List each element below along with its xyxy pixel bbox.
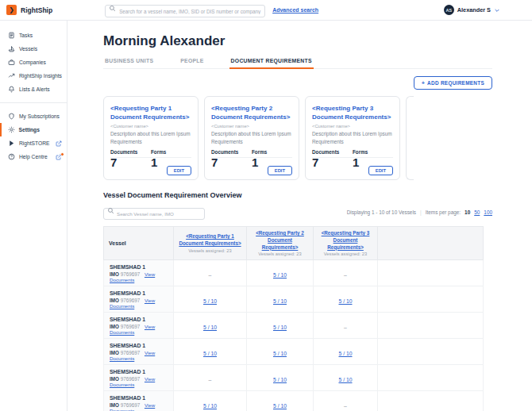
- sidebar-item-settings[interactable]: Settings: [0, 123, 67, 136]
- doc-count-link[interactable]: 5 / 10: [273, 403, 287, 409]
- rightstore-icon: [8, 140, 15, 147]
- requirement-card-partial: [406, 96, 414, 180]
- insights-icon: [8, 72, 15, 79]
- sidebar-item-insights[interactable]: RightShip Insights: [0, 69, 67, 83]
- party1-requirements-link[interactable]: <Requesting Party 1 Document Requirement…: [179, 233, 241, 248]
- doc-count-link[interactable]: 5 / 10: [273, 351, 287, 356]
- documents-label: Documents: [312, 149, 353, 155]
- imo-number: 9769697: [121, 350, 141, 355]
- page-size-100[interactable]: 100: [484, 209, 492, 215]
- bell-icon: [8, 86, 15, 93]
- sidebar-label: Lists & Alerts: [19, 86, 50, 92]
- sidebar-label: Help Centre: [19, 154, 48, 159]
- doc-count-cell: 5 / 10: [247, 339, 314, 365]
- sidebar-item-rightstore[interactable]: RightSTORE: [0, 136, 67, 150]
- doc-count-cell: –: [174, 365, 247, 391]
- add-requirements-button[interactable]: + ADD REQUIREMENTS: [414, 76, 492, 90]
- table-row: SHEMSHAD 1 IMO 9769697 View Documents – …: [104, 260, 484, 286]
- doc-count-link: –: [209, 377, 212, 382]
- tab-document-requirements[interactable]: DOCUMENT REQUIREMENTS: [229, 58, 314, 69]
- vessel-search-input[interactable]: [103, 208, 205, 220]
- vessel-name: SHEMSHAD 1: [110, 343, 168, 348]
- party3-column-header: <Requesting Party 3 Document Requirement…: [314, 227, 378, 260]
- doc-count-link[interactable]: 5 / 10: [203, 298, 217, 304]
- edit-button[interactable]: EDIT: [167, 166, 191, 175]
- rightship-logo-icon[interactable]: ❯: [6, 5, 17, 15]
- sidebar-item-help-centre[interactable]: Help Centre: [0, 150, 67, 163]
- help-icon: [8, 153, 15, 160]
- search-icon: [109, 5, 116, 12]
- sidebar-label: RightShip Insights: [19, 73, 62, 79]
- edit-button[interactable]: EDIT: [368, 166, 393, 175]
- main-content: Morning Alexander BUSINESS UNITS PEOPLE …: [67, 21, 532, 411]
- vessels-assigned: Vessels assigned: 23: [179, 248, 241, 253]
- doc-count-link[interactable]: 5 / 10: [338, 351, 352, 356]
- page-size-10[interactable]: 10: [465, 209, 470, 215]
- vessel-name: SHEMSHAD 1: [110, 290, 168, 296]
- doc-count-link[interactable]: 5 / 10: [273, 377, 287, 382]
- imo-label: IMO: [110, 402, 119, 408]
- requirement-card-2: <Requesting Party 2 Document Requirement…: [204, 96, 299, 180]
- chevron-down-icon[interactable]: [494, 7, 500, 13]
- global-search-input[interactable]: [105, 5, 265, 17]
- doc-count-cell: 5 / 10: [314, 365, 378, 391]
- tab-business-units[interactable]: BUSINESS UNITS: [103, 58, 155, 68]
- vessels-assigned: Vessels assigned: 23: [318, 252, 372, 256]
- vessel-cell: SHEMSHAD 1 IMO 9769697 View Documents: [104, 313, 174, 339]
- card-customer: <Customer name>: [312, 124, 393, 129]
- sidebar-item-companies[interactable]: Companies: [0, 56, 67, 69]
- tab-people[interactable]: PEOPLE: [179, 58, 205, 68]
- doc-count-cell: –: [174, 260, 247, 286]
- external-link-icon: [56, 154, 62, 160]
- doc-count-link[interactable]: 5 / 10: [338, 298, 352, 304]
- sidebar-label: Vessels: [19, 46, 37, 52]
- doc-count-cell: –: [314, 260, 378, 286]
- doc-count-cell: 5 / 10: [174, 339, 247, 365]
- card-title: <Requesting Party 1 Document Requirement…: [110, 104, 191, 121]
- companies-icon: [8, 59, 15, 66]
- doc-count-link[interactable]: 5 / 10: [203, 351, 217, 356]
- subscriptions-icon: [8, 113, 15, 120]
- external-link-icon: [56, 140, 62, 147]
- imo-number: 9769697: [121, 324, 141, 329]
- doc-count-cell: 5 / 10: [174, 313, 247, 339]
- doc-count-link[interactable]: 5 / 10: [338, 377, 352, 382]
- imo-number: 9769697: [121, 376, 141, 382]
- page-size-50[interactable]: 50: [474, 209, 480, 215]
- user-menu[interactable]: AS Alexander S: [444, 5, 500, 15]
- table-row: SHEMSHAD 1 IMO 9769697 View Documents 5 …: [104, 286, 484, 313]
- vessel-cell: SHEMSHAD 1 IMO 9769697 View Documents: [104, 391, 174, 411]
- doc-count-link[interactable]: 5 / 10: [203, 325, 217, 330]
- plus-icon: +: [422, 80, 425, 86]
- doc-count-link[interactable]: 5 / 10: [273, 272, 287, 278]
- global-search: [105, 2, 265, 18]
- party2-column-header: <Requesting Party 2 Document Requirement…: [247, 227, 314, 260]
- doc-count-link: –: [209, 272, 212, 278]
- sidebar-item-lists-alerts[interactable]: Lists & Alerts: [0, 83, 67, 96]
- doc-count-link[interactable]: 5 / 10: [273, 325, 287, 330]
- topbar: ❯ RightShip Advanced search AS Alexander…: [0, 0, 532, 21]
- sidebar-label: My Subscriptions: [19, 113, 60, 119]
- party3-requirements-link[interactable]: <Requesting Party 3 Document Requirement…: [318, 230, 372, 251]
- sidebar-item-my-subscriptions[interactable]: My Subscriptions: [0, 109, 67, 123]
- sidebar-label: Companies: [19, 60, 46, 65]
- empty-cell: [378, 260, 484, 286]
- edit-button[interactable]: EDIT: [268, 166, 292, 175]
- sidebar-label: Settings: [19, 127, 40, 133]
- empty-column-header: [378, 227, 484, 260]
- party2-requirements-link[interactable]: <Requesting Party 2 Document Requirement…: [252, 230, 308, 251]
- sidebar-item-vessels[interactable]: Vessels: [0, 42, 67, 56]
- vessels-icon: [8, 45, 15, 52]
- doc-count-link[interactable]: 5 / 10: [203, 403, 217, 409]
- vessel-table: Vessel <Requesting Party 1 Document Requ…: [103, 226, 484, 411]
- vessel-cell: SHEMSHAD 1 IMO 9769697 View Documents: [104, 260, 174, 286]
- empty-cell: [378, 286, 484, 313]
- doc-count-link[interactable]: 5 / 10: [273, 298, 287, 304]
- empty-cell: [378, 365, 484, 391]
- card-description: Description about this Lorem Ipsum Requi…: [110, 130, 191, 145]
- avatar[interactable]: AS: [444, 5, 454, 15]
- card-description: Description about this Lorem Ipsum Requi…: [312, 130, 393, 145]
- sidebar-item-tasks[interactable]: Tasks: [0, 29, 67, 42]
- advanced-search-link[interactable]: Advanced search: [272, 7, 318, 13]
- empty-cell: [378, 339, 484, 365]
